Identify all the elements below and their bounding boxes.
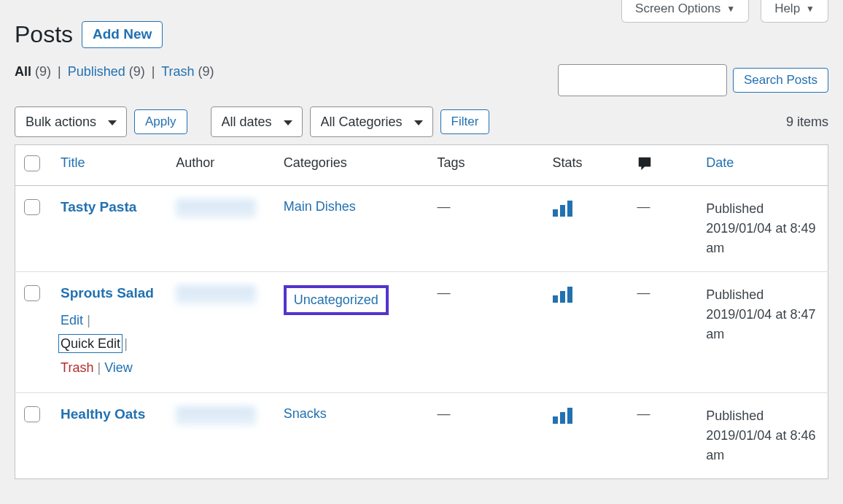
trash-link[interactable]: Trash [61,360,93,375]
filter-published[interactable]: Published [68,64,125,79]
search-input[interactable] [558,64,727,96]
comments-value: — [637,285,650,300]
row-checkbox[interactable] [24,199,40,215]
edit-link[interactable]: Edit [61,313,83,327]
filter-trash-count: (9) [198,64,214,79]
bar-chart-icon [553,285,572,303]
col-stats: Stats [544,145,629,186]
search-posts-button[interactable]: Search Posts [733,68,828,93]
author-redacted [176,406,256,425]
stats-link[interactable] [553,205,572,220]
post-title-link[interactable]: Healthy Oats [61,406,145,422]
filter-published-count: (9) [129,64,145,79]
col-date[interactable]: Date [706,155,734,170]
table-row: Healthy OatsSnacks——Published2019/01/04 … [15,393,828,479]
author-redacted [176,285,256,304]
comments-value: — [637,406,650,421]
col-comments [628,145,697,186]
help-tab[interactable]: Help ▼ [761,0,828,23]
filter-button[interactable]: Filter [440,109,490,134]
category-link[interactable]: Main Dishes [284,199,356,214]
table-row: Tasty PastaMain Dishes——Published2019/01… [15,186,828,272]
separator: | [152,64,155,79]
tags-value: — [437,285,450,300]
category-link[interactable]: Snacks [284,406,327,421]
category-filter-select[interactable]: All Categories [310,106,433,137]
help-label: Help [774,1,800,16]
page-title: Posts [15,21,73,48]
highlight-box: Uncategorized [284,285,389,315]
quick-edit-link[interactable]: Quick Edit [61,336,120,351]
row-actions: Edit |Quick Edit |Trash | View [61,309,158,379]
screen-options-tab[interactable]: Screen Options ▼ [621,0,749,23]
comment-bubble-icon [637,160,653,174]
comments-value: — [637,199,650,214]
col-tags: Tags [428,145,543,186]
apply-button[interactable]: Apply [134,109,187,134]
col-title[interactable]: Title [61,155,85,170]
author-redacted [176,199,256,218]
posts-table: Title Author Categories Tags Stats Date … [15,144,828,479]
separator: | [58,64,61,79]
table-row: Sprouts SaladEdit |Quick Edit |Trash | V… [15,272,828,393]
date-cell: Published2019/01/04 at 8:49 am [697,186,828,272]
status-filter-links: All (9) | Published (9) | Trash (9) [15,64,214,80]
col-author: Author [167,145,275,186]
date-cell: Published2019/01/04 at 8:46 am [697,393,828,479]
bulk-actions-select[interactable]: Bulk actions [15,106,127,137]
bar-chart-icon [553,199,572,217]
tags-value: — [437,406,450,421]
filter-trash[interactable]: Trash [161,64,194,79]
screen-options-label: Screen Options [635,1,720,16]
select-all-checkbox[interactable] [24,155,40,171]
items-count: 9 items [786,115,828,130]
col-categories: Categories [275,145,429,186]
bar-chart-icon [553,406,572,424]
date-filter-select[interactable]: All dates [211,106,303,137]
dropdown-triangle-icon: ▼ [806,4,815,14]
row-checkbox[interactable] [24,285,40,301]
view-link[interactable]: View [104,360,133,375]
stats-link[interactable] [553,412,572,427]
category-link[interactable]: Uncategorized [294,292,378,307]
row-checkbox[interactable] [24,406,40,422]
stats-link[interactable] [553,291,572,306]
post-title-link[interactable]: Tasty Pasta [61,199,136,214]
filter-all-count: (9) [35,64,51,79]
filter-all[interactable]: All [15,64,31,79]
add-new-button[interactable]: Add New [82,21,163,48]
tags-value: — [437,199,450,214]
dropdown-triangle-icon: ▼ [726,4,735,14]
post-title-link[interactable]: Sprouts Salad [61,285,154,301]
date-cell: Published2019/01/04 at 8:47 am [697,272,828,393]
